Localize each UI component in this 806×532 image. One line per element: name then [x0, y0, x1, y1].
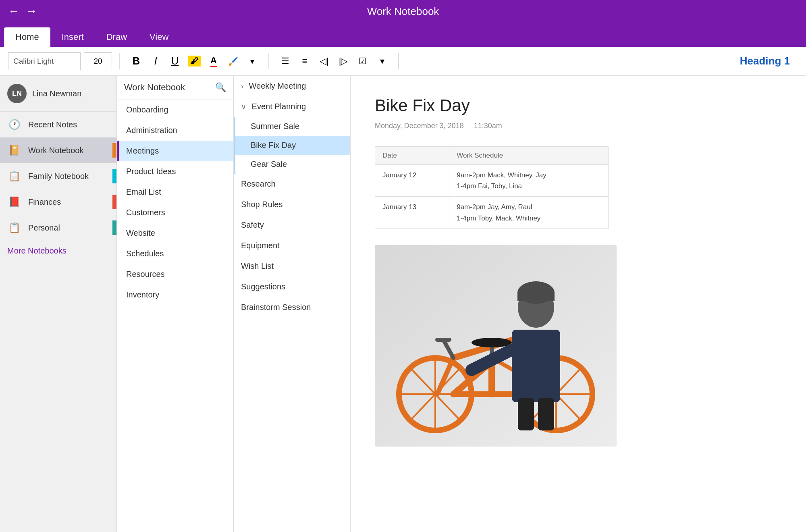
- format-more-button[interactable]: 🖌️: [224, 52, 242, 70]
- toolbar-sep-2: [268, 53, 269, 69]
- page-event-planning[interactable]: ∨ Event Planning: [234, 96, 350, 117]
- numbered-list-icon: ≡: [302, 56, 307, 66]
- page-safety[interactable]: Safety: [234, 215, 350, 235]
- checkbox-button[interactable]: ☑: [354, 52, 372, 70]
- page-summer-sale[interactable]: Summer Sale: [234, 117, 350, 136]
- section-meetings[interactable]: Meetings: [117, 141, 233, 161]
- section-administration[interactable]: Administration: [117, 120, 233, 141]
- page-label-event-planning: Event Planning: [252, 102, 306, 111]
- underline-button[interactable]: U: [166, 52, 184, 70]
- tab-draw[interactable]: Draw: [95, 27, 138, 47]
- sidebar-item-label-personal: Personal: [28, 223, 106, 233]
- content-area: Bike Fix Day Monday, December 3, 2018 11…: [351, 76, 806, 532]
- checkbox-icon: ☑: [359, 56, 367, 66]
- section-customers[interactable]: Customers: [117, 202, 233, 223]
- heading1-label[interactable]: Heading 1: [732, 55, 798, 67]
- window-title: Work Notebook: [367, 5, 439, 18]
- note-meta: Monday, December 3, 2018 11:30am: [375, 122, 782, 130]
- work-notebook-icon: 📔: [7, 143, 22, 158]
- indent-dec-button[interactable]: ◁|: [315, 52, 333, 70]
- table-header-schedule: Work Schedule: [449, 147, 609, 165]
- note-date: Monday, December 3, 2018: [375, 122, 464, 130]
- list-more-icon: ▾: [380, 56, 384, 66]
- section-schedules[interactable]: Schedules: [117, 243, 233, 264]
- page-gear-sale[interactable]: Gear Sale: [234, 155, 350, 174]
- section-resources[interactable]: Resources: [117, 264, 233, 285]
- finances-color-strip: [112, 195, 116, 209]
- bullet-list-icon: ☰: [281, 56, 289, 66]
- user-row: LN Lina Newman: [0, 76, 116, 112]
- sidebar-item-work-notebook[interactable]: 📔 Work Notebook: [0, 137, 116, 163]
- italic-button[interactable]: I: [147, 52, 164, 70]
- user-name: Lina Newman: [32, 89, 81, 98]
- event-planning-expand-icon: ∨: [241, 103, 246, 111]
- page-suggestions[interactable]: Suggestions: [234, 276, 350, 297]
- toolbar-sep-1: [119, 53, 120, 69]
- personal-icon: 📋: [7, 220, 22, 235]
- back-button[interactable]: ←: [8, 5, 19, 18]
- tab-home[interactable]: Home: [4, 27, 50, 47]
- section-website[interactable]: Website: [117, 223, 233, 243]
- clear-format-icon: ▾: [250, 56, 254, 66]
- sidebar-item-label-finances: Finances: [28, 197, 106, 207]
- family-notebook-color-strip: [112, 169, 116, 183]
- numbered-list-button[interactable]: ≡: [296, 52, 314, 70]
- page-brainstorm-session[interactable]: Brainstorm Session: [234, 297, 350, 318]
- sections-search-icon[interactable]: 🔍: [215, 82, 226, 93]
- main-layout: LN Lina Newman 🕐 Recent Notes 📔 Work Not…: [0, 76, 806, 532]
- font-name-input[interactable]: [8, 52, 81, 70]
- table-header-date: Date: [375, 147, 449, 165]
- sidebar-item-recent-notes[interactable]: 🕐 Recent Notes: [0, 112, 116, 137]
- font-size-input[interactable]: [84, 52, 112, 70]
- forward-button[interactable]: →: [26, 5, 37, 18]
- toolbar-sep-3: [398, 53, 399, 69]
- sidebar-item-family-notebook[interactable]: 📋 Family Notebook: [0, 163, 116, 189]
- ribbon-tabs: Home Insert Draw View: [0, 23, 806, 47]
- indent-dec-icon: ◁|: [320, 56, 329, 66]
- section-email-list[interactable]: Email List: [117, 182, 233, 202]
- svg-rect-28: [538, 398, 554, 430]
- pages-panel: › Weekly Meeting ∨ Event Planning Summer…: [234, 76, 351, 532]
- note-time: 11:30am: [474, 122, 502, 130]
- page-bike-fix-day[interactable]: Bike Fix Day: [234, 136, 350, 155]
- more-notebooks-link[interactable]: More Notebooks: [0, 241, 116, 261]
- section-product-ideas[interactable]: Product Ideas: [117, 161, 233, 182]
- table-cell-schedule-2: 9am-2pm Jay, Amy, Raul 1-4pm Toby, Mack,…: [449, 197, 609, 229]
- toolbar: B I U 🖌 A 🖌️ ▾ ☰ ≡ ◁| |▷ ☑: [0, 47, 806, 76]
- bullet-list-button[interactable]: ☰: [276, 52, 294, 70]
- indent-inc-button[interactable]: |▷: [334, 52, 352, 70]
- work-notebook-color-strip: [112, 143, 116, 158]
- page-wish-list[interactable]: Wish List: [234, 256, 350, 276]
- table-cell-date-2: January 13: [375, 197, 449, 229]
- page-shop-rules[interactable]: Shop Rules: [234, 194, 350, 215]
- svg-point-21: [472, 338, 512, 347]
- section-inventory[interactable]: Inventory: [117, 285, 233, 305]
- clear-format-button[interactable]: ▾: [243, 52, 261, 70]
- indent-inc-icon: |▷: [339, 56, 348, 66]
- bold-button[interactable]: B: [127, 52, 145, 70]
- sidebar-item-personal[interactable]: 📋 Personal: [0, 215, 116, 241]
- sidebar-item-label-recent-notes: Recent Notes: [28, 120, 77, 129]
- left-sidebar: LN Lina Newman 🕐 Recent Notes 📔 Work Not…: [0, 76, 117, 532]
- highlight-button[interactable]: 🖌: [185, 52, 203, 70]
- sections-title: Work Notebook: [124, 82, 185, 93]
- note-title: Bike Fix Day: [375, 96, 782, 115]
- page-weekly-meeting[interactable]: › Weekly Meeting: [234, 76, 350, 96]
- text-color-button[interactable]: A: [205, 52, 222, 70]
- sidebar-item-finances[interactable]: 📕 Finances: [0, 189, 116, 215]
- svg-rect-27: [518, 398, 534, 430]
- page-research[interactable]: Research: [234, 174, 350, 194]
- title-bar: ← → Work Notebook: [0, 0, 806, 23]
- svg-rect-24: [517, 293, 555, 301]
- list-more-button[interactable]: ▾: [373, 52, 391, 70]
- page-equipment[interactable]: Equipment: [234, 235, 350, 256]
- weekly-meeting-expand-icon: ›: [241, 82, 243, 90]
- tab-view[interactable]: View: [138, 27, 180, 47]
- table-row: January 12 9am-2pm Mack, Whitney, Jay 1-…: [375, 165, 609, 197]
- section-onboarding[interactable]: Onboarding: [117, 100, 233, 120]
- format-group: B I U 🖌 A 🖌️ ▾: [127, 52, 261, 70]
- tab-insert[interactable]: Insert: [50, 27, 95, 47]
- sidebar-item-label-work-notebook: Work Notebook: [28, 146, 106, 155]
- svg-rect-25: [512, 330, 560, 402]
- bike-image: [375, 245, 617, 447]
